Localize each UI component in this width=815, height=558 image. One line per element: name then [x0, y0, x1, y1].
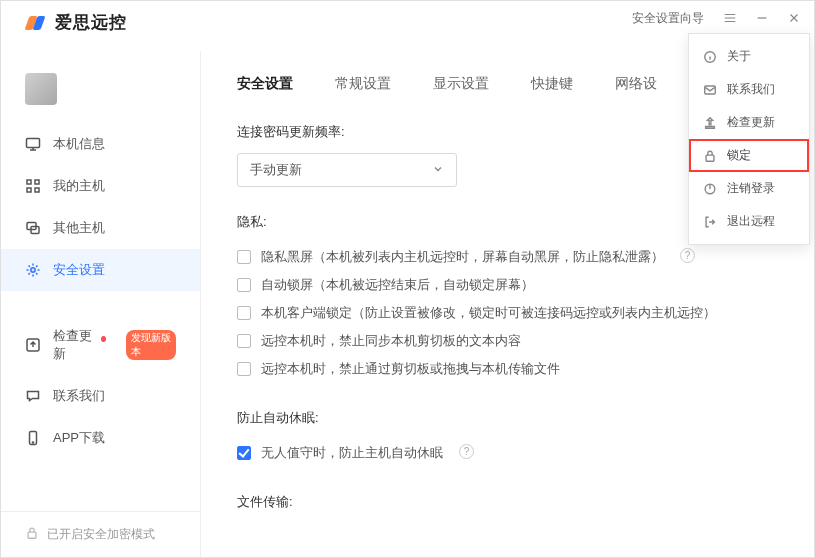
file-transfer-label: 文件传输:	[237, 493, 778, 511]
opt-auto-lock[interactable]: 自动锁屏（本机被远控结束后，自动锁定屏幕）	[237, 271, 778, 299]
gear-icon	[25, 262, 41, 278]
sidebar-item-other-hosts[interactable]: 其他主机	[1, 207, 200, 249]
secure-mode-label: 已开启安全加密模式	[47, 526, 155, 543]
chat-icon	[25, 388, 41, 404]
menu-item-exit[interactable]: 退出远程	[689, 205, 809, 238]
menu-item-about[interactable]: 关于	[689, 40, 809, 73]
sidebar-item-local-info[interactable]: 本机信息	[1, 123, 200, 165]
option-text: 远控本机时，禁止同步本机剪切板的文本内容	[261, 332, 521, 350]
update-icon	[703, 116, 717, 130]
option-text: 隐私黑屏（本机被列表内主机远控时，屏幕自动黑屏，防止隐私泄露）	[261, 248, 664, 266]
sidebar-item-check-update[interactable]: 检查更新 发现新版本	[1, 315, 200, 375]
logo-icon	[25, 12, 47, 34]
menu-item-contact[interactable]: 联系我们	[689, 73, 809, 106]
svg-rect-13	[705, 86, 716, 94]
svg-rect-3	[27, 188, 31, 192]
option-text: 无人值守时，防止主机自动休眠	[261, 444, 443, 462]
tab-security[interactable]: 安全设置	[237, 75, 293, 97]
svg-point-10	[32, 442, 33, 443]
info-icon	[703, 50, 717, 64]
checkbox[interactable]	[237, 446, 251, 460]
sidebar-item-app-download[interactable]: APP下载	[1, 417, 200, 459]
opt-no-clipboard-text[interactable]: 远控本机时，禁止同步本机剪切板的文本内容	[237, 327, 778, 355]
account-block[interactable]	[1, 59, 200, 123]
phone-icon	[25, 430, 41, 446]
menu-item-label: 联系我们	[727, 81, 775, 98]
sidebar-item-my-hosts[interactable]: 我的主机	[1, 165, 200, 207]
option-text: 本机客户端锁定（防止设置被修改，锁定时可被连接码远控或列表内主机远控）	[261, 304, 716, 322]
svg-rect-14	[706, 155, 714, 161]
sidebar-item-label: 检查更新	[53, 327, 95, 363]
monitor-icon	[25, 136, 41, 152]
sidebar-item-security[interactable]: 安全设置	[1, 249, 200, 291]
security-wizard-link[interactable]: 安全设置向导	[632, 10, 704, 27]
sidebar-item-label: 本机信息	[53, 135, 105, 153]
hosts-icon	[25, 220, 41, 236]
menu-item-label: 注销登录	[727, 180, 775, 197]
checkbox[interactable]	[237, 278, 251, 292]
menu-item-label: 检查更新	[727, 114, 775, 131]
update-dot-icon	[101, 336, 106, 342]
option-text: 自动锁屏（本机被远控结束后，自动锁定屏幕）	[261, 276, 534, 294]
svg-rect-4	[35, 188, 39, 192]
menu-item-label: 锁定	[727, 147, 751, 164]
menu-item-label: 退出远程	[727, 213, 775, 230]
sidebar-nav: 本机信息 我的主机 其他主机 安全设置 检查更新 发现新版本 联系我们 APP下…	[1, 123, 200, 459]
exit-icon	[703, 215, 717, 229]
avatar	[25, 73, 57, 105]
opt-privacy-blackscreen[interactable]: 隐私黑屏（本机被列表内主机远控时，屏幕自动黑屏，防止隐私泄露） ?	[237, 243, 778, 271]
checkbox[interactable]	[237, 250, 251, 264]
option-text: 远控本机时，禁止通过剪切板或拖拽与本机传输文件	[261, 360, 560, 378]
power-icon	[703, 182, 717, 196]
password-freq-select[interactable]: 手动更新	[237, 153, 457, 187]
svg-rect-0	[27, 139, 40, 148]
svg-rect-2	[35, 180, 39, 184]
svg-rect-11	[28, 532, 36, 538]
new-version-badge: 发现新版本	[126, 330, 176, 360]
menu-item-lock[interactable]: 锁定	[689, 139, 809, 172]
sidebar-item-label: APP下载	[53, 429, 105, 447]
chevron-down-icon	[432, 163, 444, 178]
sidebar-item-label: 联系我们	[53, 387, 105, 405]
sidebar: 本机信息 我的主机 其他主机 安全设置 检查更新 发现新版本 联系我们 APP下…	[1, 51, 201, 557]
tab-network[interactable]: 网络设	[615, 75, 657, 97]
tab-general[interactable]: 常规设置	[335, 75, 391, 97]
password-freq-value: 手动更新	[250, 161, 302, 179]
checkbox[interactable]	[237, 334, 251, 348]
menu-item-label: 关于	[727, 48, 751, 65]
secure-mode-status: 已开启安全加密模式	[1, 511, 200, 557]
hamburger-icon[interactable]	[718, 6, 742, 30]
minimize-button[interactable]	[750, 6, 774, 30]
opt-no-clipboard-file[interactable]: 远控本机时，禁止通过剪切板或拖拽与本机传输文件	[237, 355, 778, 383]
brand: 爱思远控	[25, 11, 127, 34]
svg-rect-1	[27, 180, 31, 184]
checkbox[interactable]	[237, 306, 251, 320]
mail-icon	[703, 83, 717, 97]
close-button[interactable]	[782, 6, 806, 30]
opt-client-lock[interactable]: 本机客户端锁定（防止设置被修改，锁定时可被连接码远控或列表内主机远控）	[237, 299, 778, 327]
tab-shortcut[interactable]: 快捷键	[531, 75, 573, 97]
lock-icon	[703, 149, 717, 163]
menu-item-logout[interactable]: 注销登录	[689, 172, 809, 205]
sleep-label: 防止自动休眠:	[237, 409, 778, 427]
help-icon[interactable]: ?	[459, 444, 474, 459]
checkbox[interactable]	[237, 362, 251, 376]
tab-display[interactable]: 显示设置	[433, 75, 489, 97]
brand-text: 爱思远控	[55, 11, 127, 34]
opt-prevent-sleep[interactable]: 无人值守时，防止主机自动休眠 ?	[237, 439, 778, 467]
sidebar-item-label: 安全设置	[53, 261, 105, 279]
grid-icon	[25, 178, 41, 194]
main-menu: 关于 联系我们 检查更新 锁定 注销登录 退出远程	[688, 33, 810, 245]
privacy-options: 隐私黑屏（本机被列表内主机远控时，屏幕自动黑屏，防止隐私泄露） ? 自动锁屏（本…	[237, 243, 778, 383]
lock-icon	[25, 526, 39, 543]
sidebar-item-contact[interactable]: 联系我们	[1, 375, 200, 417]
sidebar-item-label: 其他主机	[53, 219, 105, 237]
sidebar-item-label: 我的主机	[53, 177, 105, 195]
update-icon	[25, 337, 41, 353]
svg-point-7	[31, 268, 35, 272]
menu-item-update[interactable]: 检查更新	[689, 106, 809, 139]
help-icon[interactable]: ?	[680, 248, 695, 263]
